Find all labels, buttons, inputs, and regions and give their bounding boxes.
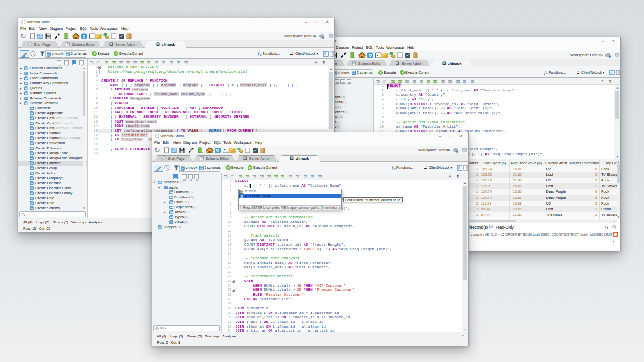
svg-text:x: x	[394, 167, 396, 170]
svg-text:f: f	[258, 51, 260, 56]
svg-text:x: x	[546, 72, 548, 75]
svg-text:f: f	[392, 165, 394, 170]
svg-text:x: x	[260, 53, 262, 56]
svg-text:f: f	[544, 70, 546, 75]
